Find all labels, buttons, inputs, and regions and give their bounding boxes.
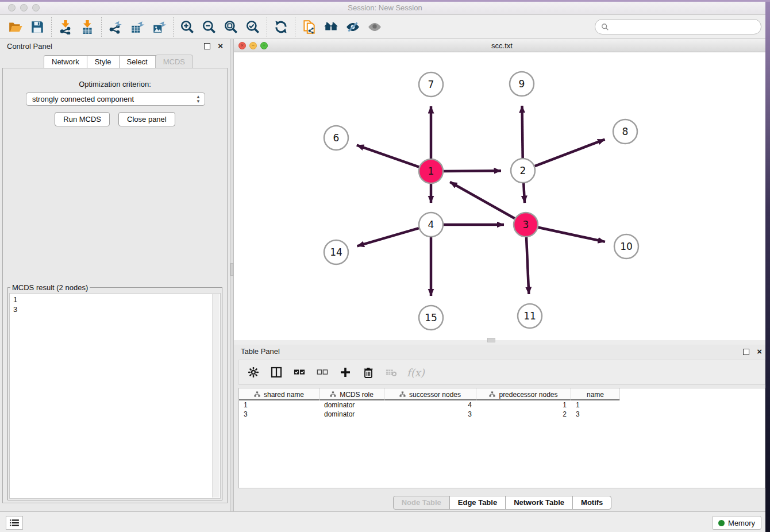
tab-node-table[interactable]: Node Table — [393, 496, 450, 510]
zoom-in-button[interactable] — [176, 17, 198, 37]
run-mcds-button[interactable]: Run MCDS — [55, 112, 110, 126]
float-panel-icon[interactable] — [204, 43, 210, 49]
table-panel: Table Panel × f(x) shared nameMCDS roles… — [234, 345, 770, 511]
close-panel-icon[interactable]: × — [757, 346, 762, 356]
open-session-button[interactable] — [5, 17, 26, 37]
add-column-button[interactable] — [338, 365, 353, 380]
svg-text:8: 8 — [622, 126, 629, 137]
graph-edge-2-8[interactable] — [535, 140, 605, 167]
memory-label: Memory — [728, 519, 755, 527]
graph-node-9[interactable]: 9 — [510, 72, 534, 96]
graph-edge-1-6[interactable] — [357, 145, 419, 167]
export-image-button[interactable] — [148, 17, 170, 37]
graph-node-8[interactable]: 8 — [613, 119, 637, 144]
close-panel-icon[interactable]: × — [218, 41, 223, 51]
table-toolbar: f(x) — [238, 360, 765, 385]
svg-text:15: 15 — [425, 312, 437, 323]
network-window-titlebar[interactable]: × − + scc.txt — [234, 39, 770, 52]
control-panel: Control Panel × Network Style Select MCD… — [0, 39, 230, 511]
table-cell: 1 — [571, 401, 620, 409]
import-table-button[interactable] — [76, 17, 98, 37]
svg-text:6: 6 — [333, 132, 340, 144]
memory-button[interactable]: Memory — [712, 516, 761, 530]
graph-edge-3-10[interactable] — [538, 228, 605, 242]
network-graph-canvas[interactable]: 7968124314101511 — [234, 52, 770, 340]
graph-edge-3-1[interactable] — [450, 182, 515, 219]
search-input[interactable] — [609, 22, 755, 31]
float-panel-icon[interactable] — [743, 349, 749, 355]
horizontal-splitter[interactable] — [234, 340, 770, 345]
criterion-dropdown[interactable]: strongly connected component ▲▼ — [26, 92, 205, 106]
graph-node-15[interactable]: 15 — [419, 306, 443, 330]
export-network-button[interactable] — [105, 17, 126, 37]
import-network-button[interactable] — [55, 17, 76, 37]
graph-node-6[interactable]: 6 — [324, 126, 348, 150]
zoom-selected-button[interactable] — [242, 17, 264, 37]
delete-table-button[interactable] — [384, 365, 399, 380]
task-history-button[interactable] — [6, 516, 23, 530]
network-document-button[interactable] — [298, 17, 320, 37]
column-header-shared-name[interactable]: shared name — [239, 388, 319, 400]
home-layout-button[interactable] — [320, 17, 342, 37]
unchecked-checkboxes-icon — [317, 367, 328, 378]
zoom-fit-button[interactable] — [220, 17, 242, 37]
tab-motifs[interactable]: Motifs — [572, 496, 611, 510]
dropdown-stepper-icon: ▲▼ — [196, 95, 201, 104]
show-details-button[interactable] — [364, 17, 386, 37]
memory-status-icon — [718, 520, 725, 526]
select-all-button[interactable] — [292, 365, 307, 380]
column-header-predecessor-nodes[interactable]: predecessor nodes — [476, 388, 571, 400]
control-panel-title: Control Panel — [7, 42, 52, 51]
graph-edge-2-9[interactable] — [522, 106, 523, 158]
export-image-icon — [152, 20, 167, 34]
delete-column-button[interactable] — [361, 365, 376, 380]
graph-node-3[interactable]: 3 — [514, 213, 538, 237]
checked-checkboxes-icon — [294, 367, 305, 378]
search-icon — [601, 23, 609, 31]
function-builder-button[interactable]: f(x) — [407, 367, 425, 379]
refresh-icon — [274, 20, 288, 34]
node-table[interactable]: shared nameMCDS rolesuccessor nodesprede… — [238, 388, 765, 488]
table-row[interactable]: 3dominator323 — [239, 410, 765, 419]
svg-text:4: 4 — [428, 219, 434, 230]
refresh-layout-button[interactable] — [270, 17, 292, 37]
splitter-handle[interactable] — [487, 338, 495, 342]
graph-edge-4-14[interactable] — [357, 228, 419, 246]
graph-node-4[interactable]: 4 — [419, 213, 443, 237]
table-cell: dominator — [319, 410, 384, 418]
splitter-handle[interactable] — [230, 263, 233, 276]
network-view-window: × − + scc.txt 7968124314101511 — [234, 39, 770, 340]
vertical-splitter[interactable] — [230, 39, 234, 511]
hide-details-button[interactable] — [342, 17, 364, 37]
graph-node-1[interactable]: 1 — [419, 159, 443, 183]
graph-node-10[interactable]: 10 — [614, 234, 638, 259]
graph-edge-2-3[interactable] — [523, 183, 525, 203]
tab-edge-table[interactable]: Edge Table — [449, 496, 506, 510]
result-scrollbar[interactable] — [212, 294, 220, 498]
graph-node-7[interactable]: 7 — [419, 72, 443, 97]
column-sort-icon — [489, 391, 495, 398]
export-table-button[interactable] — [126, 17, 148, 37]
search-box[interactable] — [595, 19, 761, 34]
column-header-name[interactable]: name — [571, 388, 620, 400]
table-row[interactable]: 1dominator411 — [239, 400, 765, 410]
column-view-button[interactable] — [269, 365, 284, 380]
mcds-result-group: MCDS result (2 nodes) 1 3 — [7, 283, 222, 500]
close-panel-button[interactable]: Close panel — [118, 112, 175, 126]
svg-text:9: 9 — [519, 78, 525, 90]
tab-network-table[interactable]: Network Table — [505, 496, 573, 510]
main-titlebar: Session: New Session — [0, 0, 770, 15]
zoom-out-button[interactable] — [198, 17, 220, 37]
graph-node-11[interactable]: 11 — [518, 304, 542, 328]
column-sort-icon — [399, 391, 406, 398]
save-session-button[interactable] — [26, 17, 48, 37]
graph-edge-1-2[interactable] — [444, 171, 501, 171]
graph-node-14[interactable]: 14 — [324, 240, 348, 264]
graph-node-2[interactable]: 2 — [511, 159, 535, 183]
graph-edge-3-11[interactable] — [526, 237, 529, 294]
deselect-all-button[interactable] — [315, 365, 330, 380]
column-header-MCDS-role[interactable]: MCDS role — [319, 388, 384, 400]
svg-text:14: 14 — [330, 246, 342, 258]
table-settings-button[interactable] — [246, 365, 261, 380]
column-header-successor-nodes[interactable]: successor nodes — [384, 388, 476, 400]
